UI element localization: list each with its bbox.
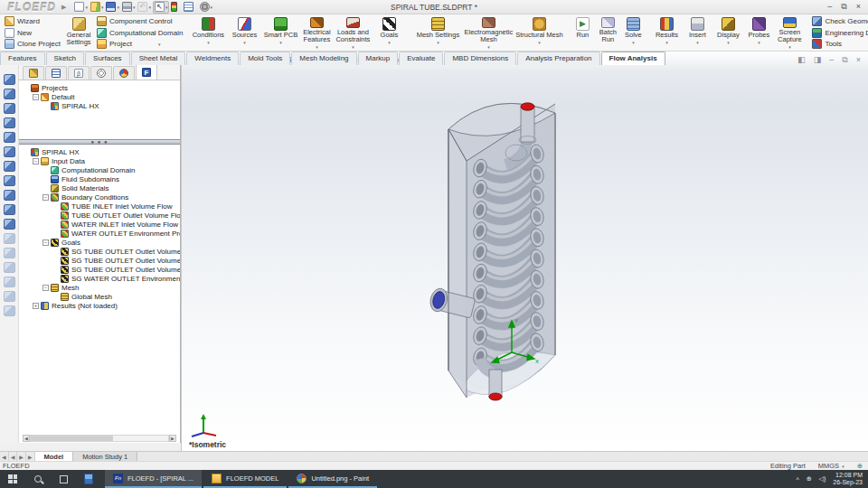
tree-expander[interactable]: − bbox=[42, 285, 49, 291]
ribbon-button[interactable]: Sources ▾ bbox=[226, 15, 262, 50]
command-tab[interactable]: Sheet Metal bbox=[131, 52, 186, 65]
tree-item[interactable]: − Mesh bbox=[21, 283, 180, 292]
pinned-app-icon[interactable] bbox=[76, 470, 101, 488]
dropdown-arrow-icon[interactable]: ▾ bbox=[388, 40, 391, 45]
qat-button[interactable]: ▾ bbox=[73, 1, 89, 14]
project-button[interactable]: Project▾ bbox=[95, 38, 184, 50]
tree-horizontal-scrollbar[interactable]: ◀ ▶ bbox=[23, 435, 176, 442]
tree-expander[interactable]: − bbox=[33, 158, 39, 164]
floefd-feature-icon[interactable] bbox=[4, 161, 15, 172]
tree-item[interactable]: TUBE INLET Inlet Volume Flow bbox=[21, 202, 180, 211]
dropdown-arrow-icon[interactable]: ▾ bbox=[117, 5, 119, 10]
heat-exchanger-model[interactable]: Y X bbox=[182, 52, 868, 451]
floefd-feature-icon[interactable] bbox=[4, 262, 15, 273]
ribbon-button[interactable]: Insert ▾ bbox=[682, 15, 712, 50]
dropdown-arrow-icon[interactable]: ▾ bbox=[437, 40, 439, 45]
panel-tab[interactable] bbox=[113, 66, 135, 80]
tree-item[interactable]: − Goals bbox=[21, 238, 180, 247]
floefd-feature-icon[interactable] bbox=[4, 117, 15, 128]
qat-button[interactable]: ▾ bbox=[170, 1, 182, 14]
tab-nav-first-icon[interactable]: ◀ bbox=[0, 452, 9, 461]
tree-item[interactable]: Global Mesh bbox=[21, 292, 180, 301]
ribbon-button[interactable]: Check Geometry ▾ bbox=[810, 15, 868, 27]
qat-button[interactable]: ▾ bbox=[90, 1, 105, 14]
floefd-feature-icon[interactable] bbox=[4, 219, 15, 230]
task-view-icon[interactable] bbox=[51, 470, 76, 488]
ribbon-button[interactable]: Results ▾ bbox=[651, 15, 682, 50]
taskbar-window-button[interactable]: FLOEFD MODEL bbox=[203, 470, 287, 488]
qat-button[interactable]: ▾ bbox=[199, 1, 214, 14]
panel-tab[interactable] bbox=[90, 66, 112, 80]
floefd-feature-icon[interactable] bbox=[4, 190, 15, 201]
floefd-feature-icon[interactable] bbox=[4, 233, 15, 244]
tree-item[interactable]: − Default bbox=[21, 92, 180, 101]
ribbon-button[interactable]: Electromagnetic Mesh ▾ bbox=[463, 15, 514, 50]
ribbon-button[interactable]: Structural Mesh ▾ bbox=[514, 15, 564, 50]
tree-item[interactable]: SG TUBE OUTLET Outlet Volume Flow Static… bbox=[21, 247, 180, 256]
model-tab[interactable]: Motion Study 1 bbox=[73, 452, 137, 461]
ribbon-button[interactable]: Electrical Features ▾ bbox=[298, 15, 335, 50]
ribbon-button[interactable]: Tools ▾ bbox=[810, 38, 868, 50]
ribbon-button[interactable]: Loads and Constraints ▾ bbox=[335, 15, 371, 50]
qat-button[interactable]: ▾ bbox=[105, 1, 120, 14]
ribbon-button[interactable]: Conditions ▾ bbox=[190, 15, 226, 50]
floefd-feature-icon[interactable] bbox=[4, 146, 15, 157]
tree-expander[interactable]: − bbox=[42, 239, 49, 246]
restore-button[interactable]: ⧉ bbox=[841, 2, 846, 12]
ribbon-button[interactable]: ▶ Run ▾ bbox=[570, 15, 595, 50]
tree-item[interactable]: SPIRAL HX bbox=[21, 101, 180, 110]
clone-project-button[interactable]: Clone Project bbox=[3, 38, 62, 50]
dropdown-arrow-icon[interactable]: ▾ bbox=[101, 5, 104, 10]
ribbon-button[interactable]: Smart PCB ▾ bbox=[262, 15, 298, 50]
wizard-button[interactable]: Wizard bbox=[3, 15, 62, 27]
dropdown-arrow-icon[interactable]: ▾ bbox=[727, 40, 730, 45]
tree-item[interactable]: SPIRAL HX bbox=[21, 147, 180, 156]
scroll-left-icon[interactable]: ◀ bbox=[23, 435, 30, 442]
search-icon[interactable] bbox=[25, 470, 51, 488]
tab-nav-next-icon[interactable]: ▶ bbox=[17, 452, 26, 461]
qat-button[interactable]: ▾ bbox=[183, 1, 198, 14]
tree-item[interactable]: SG TUBE OUTLET Outlet Volume Flow Temper… bbox=[21, 265, 180, 274]
dropdown-arrow-icon[interactable]: ▾ bbox=[133, 5, 136, 10]
command-tab[interactable]: Mold Tools bbox=[240, 52, 290, 65]
ribbon-button[interactable]: Batch Run ▾ bbox=[595, 15, 620, 50]
clock[interactable]: 12:08 PM 26-Sep-23 bbox=[833, 472, 863, 487]
command-tab[interactable]: Features bbox=[0, 52, 45, 65]
command-tab[interactable]: Evaluate bbox=[399, 52, 443, 65]
ribbon-button[interactable]: Screen Capture ▾ bbox=[774, 15, 805, 50]
computational-domain-button[interactable]: Computational Domain bbox=[95, 27, 184, 39]
floefd-feature-icon[interactable] bbox=[4, 132, 15, 143]
floefd-feature-icon[interactable] bbox=[4, 277, 15, 287]
floefd-feature-icon[interactable] bbox=[4, 89, 15, 99]
panel-tab[interactable]: β bbox=[68, 66, 90, 80]
command-tab[interactable]: Weldments bbox=[186, 52, 239, 65]
tree-item[interactable]: TUBE OUTLET Outlet Volume Flow bbox=[21, 211, 180, 220]
dropdown-arrow-icon[interactable]: ▾ bbox=[85, 5, 88, 10]
dropdown-arrow-icon[interactable]: ▾ bbox=[243, 40, 246, 45]
tree-expander[interactable]: − bbox=[42, 194, 49, 201]
dropdown-arrow-icon[interactable]: ▾ bbox=[696, 40, 699, 45]
menu-expand-icon[interactable]: ▶ bbox=[61, 4, 66, 11]
tree-item[interactable]: SG TUBE OUTLET Outlet Volume Flow Total … bbox=[21, 256, 180, 265]
command-tab[interactable]: Sketch bbox=[46, 52, 84, 65]
command-tab[interactable]: Flow Analysis bbox=[601, 52, 665, 65]
command-tab[interactable]: Surfaces bbox=[85, 52, 130, 65]
close-button[interactable]: × bbox=[856, 2, 861, 12]
dropdown-arrow-icon[interactable]: ▾ bbox=[316, 44, 318, 50]
panel-tab[interactable]: F bbox=[136, 65, 157, 80]
dropdown-arrow-icon[interactable]: ▾ bbox=[165, 5, 168, 10]
floefd-feature-icon[interactable] bbox=[4, 204, 15, 215]
dropdown-arrow-icon[interactable]: ▾ bbox=[207, 40, 210, 45]
tree-item[interactable]: Projects bbox=[21, 83, 180, 92]
dropdown-arrow-icon[interactable]: ▾ bbox=[665, 40, 668, 45]
model-tab[interactable]: Model bbox=[35, 452, 74, 461]
tab-nav-prev-icon[interactable]: ◀ bbox=[9, 452, 18, 461]
command-tab[interactable]: MBD Dimensions bbox=[444, 52, 516, 65]
tree-item[interactable]: Fluid Subdomains bbox=[21, 174, 180, 183]
tree-expander[interactable]: + bbox=[33, 303, 39, 309]
ribbon-button[interactable]: Mesh Settings ▾ bbox=[412, 15, 463, 50]
dropdown-arrow-icon[interactable]: ▾ bbox=[352, 44, 354, 50]
floefd-feature-icon[interactable] bbox=[4, 291, 15, 302]
tree-item[interactable]: Computational Domain bbox=[21, 165, 180, 174]
network-icon[interactable]: ⊕ bbox=[807, 475, 812, 483]
